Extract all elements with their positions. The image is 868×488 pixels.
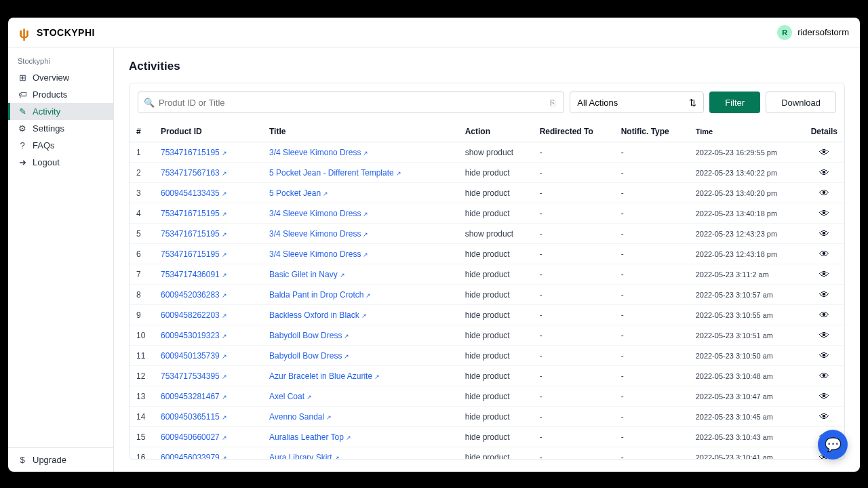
nav-icon: ➜ bbox=[18, 158, 27, 167]
cell-time: 2022-05-23 3:10:41 am bbox=[689, 447, 804, 460]
product-id-link[interactable]: 7534717436091↗ bbox=[161, 270, 227, 279]
cell-redir: - bbox=[533, 325, 614, 346]
external-link-icon: ↗ bbox=[222, 251, 227, 258]
product-id-link[interactable]: 7534716715195↗ bbox=[161, 249, 227, 259]
cell-time: 2022-05-23 3:10:50 am bbox=[689, 346, 804, 366]
product-id-link[interactable]: 6009454133435↗ bbox=[161, 188, 227, 198]
view-details-button[interactable]: 👁 bbox=[819, 329, 829, 341]
nav-label: Activity bbox=[33, 106, 60, 117]
view-details-button[interactable]: 👁 bbox=[819, 350, 829, 361]
table-scroll[interactable]: # Product ID Title Action Redirected To … bbox=[130, 121, 844, 459]
sidebar-item-activity[interactable]: ✎Activity bbox=[8, 103, 113, 120]
product-id-link[interactable]: 6009458262203↗ bbox=[161, 310, 227, 320]
dollar-icon: $ bbox=[18, 455, 27, 465]
cell-redir: - bbox=[533, 346, 614, 366]
product-title-link[interactable]: 5 Pocket Jean↗ bbox=[269, 188, 328, 198]
external-link-icon: ↗ bbox=[363, 251, 368, 258]
product-title-link[interactable]: 3/4 Sleeve Kimono Dress↗ bbox=[269, 209, 368, 218]
cell-action: hide product bbox=[458, 305, 533, 325]
scan-icon[interactable]: ⎘ bbox=[547, 98, 558, 108]
product-title-link[interactable]: 3/4 Sleeve Kimono Dress↗ bbox=[269, 229, 368, 239]
cell-action: hide product bbox=[458, 366, 533, 386]
download-button[interactable]: Download bbox=[766, 92, 836, 113]
view-details-button[interactable]: 👁 bbox=[819, 187, 829, 199]
cell-notif: - bbox=[614, 224, 689, 244]
product-title-link[interactable]: Auralias Leather Top↗ bbox=[269, 432, 351, 442]
product-title-link[interactable]: Axel Coat↗ bbox=[269, 392, 312, 401]
product-id-link[interactable]: 6009453019323↗ bbox=[161, 331, 227, 340]
product-title-link[interactable]: Babydoll Bow Dress↗ bbox=[269, 331, 349, 340]
view-details-button[interactable]: 👁 bbox=[819, 248, 829, 260]
user-menu[interactable]: R ridersofstorm bbox=[777, 25, 849, 40]
view-details-button[interactable]: 👁 bbox=[819, 390, 829, 402]
product-id-link[interactable]: 6009456033979↗ bbox=[161, 453, 227, 460]
product-id-link[interactable]: 7534716715195↗ bbox=[161, 229, 227, 239]
product-title-link[interactable]: Babydoll Bow Dress↗ bbox=[269, 351, 349, 361]
view-details-button[interactable]: 👁 bbox=[819, 207, 829, 219]
sidebar-item-settings[interactable]: ⚙Settings bbox=[8, 120, 113, 137]
view-details-button[interactable]: 👁 bbox=[819, 228, 829, 239]
product-title-link[interactable]: Backless Oxford in Black↗ bbox=[269, 310, 367, 320]
view-details-button[interactable]: 👁 bbox=[819, 309, 829, 321]
external-link-icon: ↗ bbox=[222, 231, 227, 238]
product-id-link[interactable]: 7534716715195↗ bbox=[161, 209, 227, 218]
view-details-button[interactable]: 👁 bbox=[819, 411, 829, 422]
sidebar-item-faqs[interactable]: ?FAQs bbox=[8, 137, 113, 154]
cell-action: hide product bbox=[458, 386, 533, 407]
cell-num: 8 bbox=[130, 285, 154, 305]
upgrade-button[interactable]: $ Upgrade bbox=[8, 447, 113, 472]
view-details-button[interactable]: 👁 bbox=[819, 146, 829, 158]
chat-fab[interactable]: 💬 bbox=[818, 430, 848, 460]
view-details-button[interactable]: 👁 bbox=[819, 268, 829, 280]
cell-redir: - bbox=[533, 305, 614, 325]
external-link-icon: ↗ bbox=[222, 353, 227, 360]
cell-redir: - bbox=[533, 244, 614, 264]
product-title-link[interactable]: Avenno Sandal↗ bbox=[269, 412, 332, 422]
product-id-link[interactable]: 6009452036283↗ bbox=[161, 290, 227, 300]
cell-action: hide product bbox=[458, 285, 533, 305]
cell-action: hide product bbox=[458, 447, 533, 460]
external-link-icon: ↗ bbox=[363, 211, 368, 218]
filter-button[interactable]: Filter bbox=[709, 92, 760, 113]
table-row: 116009450135739↗Babydoll Bow Dress↗hide … bbox=[130, 346, 844, 366]
cell-num: 12 bbox=[130, 366, 154, 386]
cell-notif: - bbox=[614, 203, 689, 224]
th-pid: Product ID bbox=[154, 121, 262, 142]
product-id-link[interactable]: 7534716715195↗ bbox=[161, 148, 227, 157]
external-link-icon: ↗ bbox=[222, 333, 227, 340]
product-id-link[interactable]: 7534717567163↗ bbox=[161, 168, 227, 178]
product-title-link[interactable]: Azur Bracelet in Blue Azurite↗ bbox=[269, 371, 380, 381]
product-id-link[interactable]: 7534717534395↗ bbox=[161, 371, 227, 381]
external-link-icon: ↗ bbox=[222, 434, 227, 441]
cell-redir: - bbox=[533, 142, 614, 163]
view-details-button[interactable]: 👁 bbox=[819, 370, 829, 382]
cell-time: 2022-05-23 3:10:47 am bbox=[689, 386, 804, 407]
product-title-link[interactable]: Balda Pant in Drop Crotch↗ bbox=[269, 290, 371, 300]
page-title: Activities bbox=[129, 60, 845, 73]
cell-notif: - bbox=[614, 427, 689, 447]
product-title-link[interactable]: Aura Library Skirt↗ bbox=[269, 453, 340, 460]
product-id-link[interactable]: 6009453281467↗ bbox=[161, 392, 227, 401]
product-id-link[interactable]: 6009450135739↗ bbox=[161, 351, 227, 361]
product-title-link[interactable]: 3/4 Sleeve Kimono Dress↗ bbox=[269, 249, 368, 259]
brand[interactable]: ψ STOCKYPHI bbox=[19, 26, 95, 39]
product-title-link[interactable]: Basic Gilet in Navy↗ bbox=[269, 270, 345, 279]
search-input-wrap[interactable]: 🔍 ⎘ bbox=[138, 92, 564, 113]
chat-icon: 💬 bbox=[825, 436, 842, 453]
action-filter-select[interactable]: All Actions ⇅ bbox=[570, 92, 704, 113]
product-title-link[interactable]: 3/4 Sleeve Kimono Dress↗ bbox=[269, 148, 368, 157]
sidebar-item-overview[interactable]: ⊞Overview bbox=[8, 69, 113, 86]
product-title-link[interactable]: 5 Pocket Jean - Different Template↗ bbox=[269, 168, 401, 178]
view-details-button[interactable]: 👁 bbox=[819, 167, 829, 178]
search-input[interactable] bbox=[159, 98, 547, 108]
product-id-link[interactable]: 6009450660027↗ bbox=[161, 432, 227, 442]
sidebar-item-products[interactable]: 🏷Products bbox=[8, 86, 113, 103]
view-details-button[interactable]: 👁 bbox=[819, 289, 829, 300]
external-link-icon: ↗ bbox=[222, 150, 227, 157]
cell-action: hide product bbox=[458, 325, 533, 346]
topbar: ψ STOCKYPHI R ridersofstorm bbox=[8, 18, 860, 47]
sidebar-item-logout[interactable]: ➜Logout bbox=[8, 154, 113, 171]
nav-label: Logout bbox=[33, 157, 60, 167]
cell-redir: - bbox=[533, 366, 614, 386]
product-id-link[interactable]: 6009450365115↗ bbox=[161, 412, 227, 422]
